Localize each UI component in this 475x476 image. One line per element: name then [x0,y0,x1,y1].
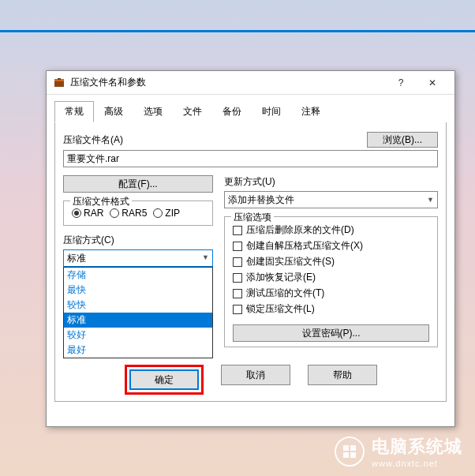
watermark-url: www.dnxtc.net [372,459,462,468]
dialog-title: 压缩文件名和参数 [70,76,385,89]
app-icon [53,77,65,89]
check-solid[interactable]: 创建固实压缩文件(S) [233,255,429,268]
config-button[interactable]: 配置(F)... [63,175,213,193]
tab-comment[interactable]: 注释 [291,101,331,122]
update-label: 更新方式(U) [224,175,438,189]
tab-backup[interactable]: 备份 [212,101,252,122]
watermark-icon [334,436,365,467]
watermark: 电脑系统城 www.dnxtc.net [334,435,462,468]
svg-point-3 [335,437,364,466]
chevron-down-icon: ▼ [427,196,434,204]
svg-rect-2 [58,78,61,80]
check-sfx[interactable]: 创建自解压格式压缩文件(X) [233,239,429,253]
tab-strip: 常规 高级 选项 文件 备份 时间 注释 [54,101,447,122]
method-option-fast[interactable]: 较快 [64,298,212,313]
chevron-down-icon: ▼ [202,253,209,261]
watermark-title: 电脑系统城 [372,435,462,459]
check-lock[interactable]: 锁定压缩文件(L) [233,302,429,316]
method-option-best[interactable]: 最好 [64,343,212,358]
tab-files[interactable]: 文件 [173,101,212,122]
tab-options[interactable]: 选项 [133,101,173,122]
radio-zip[interactable]: ZIP [153,208,180,219]
svg-rect-6 [343,452,349,458]
check-recovery[interactable]: 添加恢复记录(E) [233,271,429,284]
annotation-red-box-ok: 确定 [125,365,204,395]
filename-input[interactable] [63,150,438,167]
check-delete-after[interactable]: 压缩后删除原来的文件(D) [233,223,429,237]
tab-advanced[interactable]: 高级 [94,101,133,122]
cancel-button[interactable]: 取消 [221,365,290,385]
radio-rar5[interactable]: RAR5 [110,208,147,219]
method-option-good[interactable]: 较好 [64,328,212,343]
update-mode-select[interactable]: 添加并替换文件 ▼ [224,191,438,208]
archive-params-dialog: 压缩文件名和参数 ? ✕ 常规 高级 选项 文件 备份 时间 注释 压缩文件名(… [46,70,455,427]
tab-panel-general: 压缩文件名(A) 浏览(B)... 配置(F)... 压缩文件格式 RAR RA… [54,122,447,402]
check-test[interactable]: 测试压缩的文件(T) [233,287,429,300]
tab-time[interactable]: 时间 [252,101,291,122]
filename-label: 压缩文件名(A) [63,133,123,147]
ok-button[interactable]: 确定 [129,369,199,390]
method-label: 压缩方式(C) [63,234,213,247]
format-legend: 压缩文件格式 [70,195,132,208]
radio-rar[interactable]: RAR [72,208,103,219]
tab-general[interactable]: 常规 [54,101,94,122]
options-fieldset: 压缩选项 压缩后删除原来的文件(D) 创建自解压格式压缩文件(X) 创建固实压缩… [224,216,438,347]
compression-method-combo[interactable]: 标准 ▼ 存储 最快 较快 标准 较好 最好 [63,249,213,267]
set-password-button[interactable]: 设置密码(P)... [233,324,429,342]
method-option-store[interactable]: 存储 [64,268,212,283]
method-dropdown-list: 存储 最快 较快 标准 较好 最好 [63,267,213,358]
method-option-normal[interactable]: 标准 [64,313,212,328]
format-fieldset: 压缩文件格式 RAR RAR5 ZIP [63,201,213,226]
help-titlebar-button[interactable]: ? [385,72,417,94]
browse-button[interactable]: 浏览(B)... [367,132,438,148]
help-button[interactable]: 帮助 [308,365,377,385]
options-legend: 压缩选项 [231,211,274,224]
method-selected: 标准 [67,253,86,264]
svg-rect-7 [350,452,356,458]
titlebar: 压缩文件名和参数 ? ✕ [47,71,454,95]
svg-rect-4 [343,445,349,451]
close-button[interactable]: ✕ [417,72,448,94]
svg-rect-5 [350,445,356,451]
method-option-fastest[interactable]: 最快 [64,283,212,298]
